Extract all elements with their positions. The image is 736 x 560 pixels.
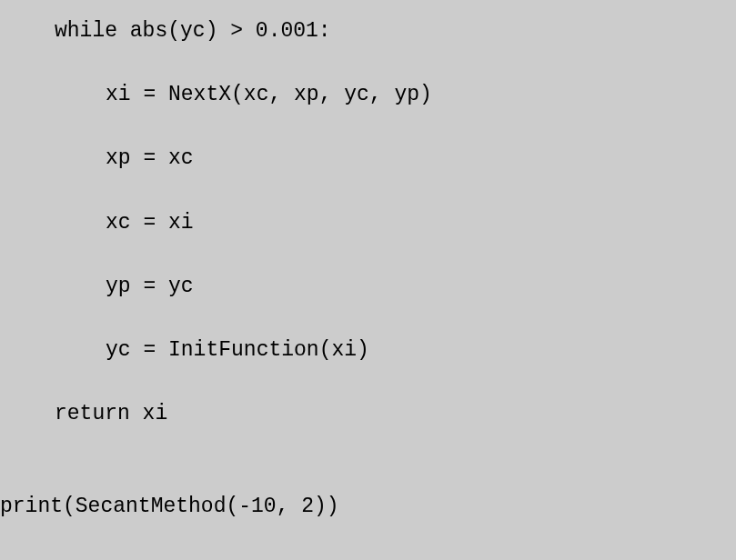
code-line-xc-assign: xc = xi xyxy=(0,208,736,237)
code-line-xi-assign: xi = NextX(xc, xp, yc, yp) xyxy=(0,80,736,109)
code-line-xp-assign: xp = xc xyxy=(0,144,736,173)
code-block: while abs(yc) > 0.001: xi = NextX(xc, xp… xyxy=(0,16,736,522)
code-line-while: while abs(yc) > 0.001: xyxy=(0,16,736,45)
code-line-print: print(SecantMethod(-10, 2)) xyxy=(0,492,736,521)
code-line-yc-assign: yc = InitFunction(xi) xyxy=(0,335,736,365)
blank-line xyxy=(0,463,736,492)
code-line-yp-assign: yp = yc xyxy=(0,272,736,301)
code-line-return: return xi xyxy=(0,399,736,428)
